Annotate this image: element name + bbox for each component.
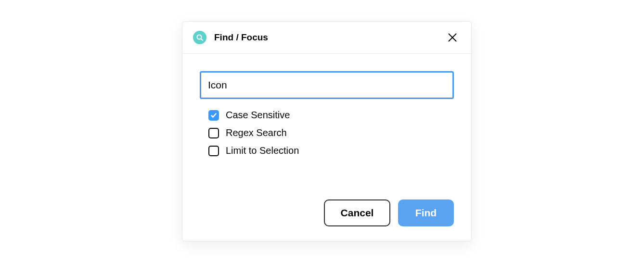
search-input[interactable] (200, 71, 454, 99)
label-limit-to-selection: Limit to Selection (226, 145, 299, 156)
option-limit-to-selection: Limit to Selection (208, 145, 454, 156)
dialog-header: Find / Focus (182, 22, 471, 54)
svg-line-1 (201, 39, 203, 41)
check-icon (210, 112, 217, 119)
dialog-title: Find / Focus (214, 32, 268, 43)
find-focus-dialog: Find / Focus Case Sensitive Regex S (182, 21, 472, 241)
checkbox-regex-search[interactable] (208, 128, 219, 138)
label-regex-search: Regex Search (226, 127, 287, 138)
dialog-header-left: Find / Focus (193, 31, 268, 44)
close-icon (447, 32, 458, 43)
cancel-button[interactable]: Cancel (324, 199, 390, 226)
label-case-sensitive: Case Sensitive (226, 110, 290, 121)
checkbox-limit-to-selection[interactable] (208, 146, 219, 156)
dialog-footer: Cancel Find (182, 185, 471, 241)
option-case-sensitive: Case Sensitive (208, 110, 454, 121)
option-regex-search: Regex Search (208, 127, 454, 138)
checkbox-case-sensitive[interactable] (208, 110, 219, 121)
close-button[interactable] (445, 30, 460, 45)
find-button[interactable]: Find (398, 199, 454, 226)
options-list: Case Sensitive Regex Search Limit to Sel… (200, 110, 454, 156)
dialog-body: Case Sensitive Regex Search Limit to Sel… (182, 54, 471, 156)
search-icon (193, 31, 206, 44)
